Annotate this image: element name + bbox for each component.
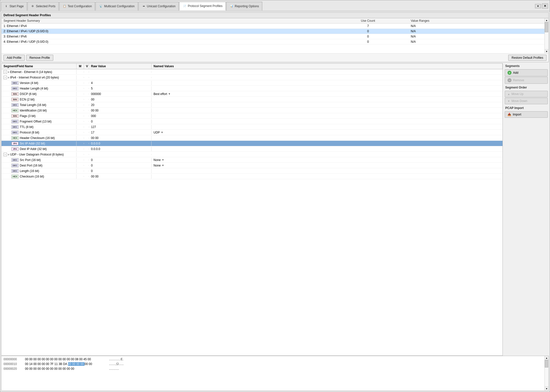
hex-scroll-thumb[interactable] [545,360,548,368]
move-up-btn[interactable]: ▲ Move Up [505,91,548,97]
tree-row[interactable]: HEXHeader Checksum (16 bit)00 00 [2,135,502,141]
named-value-dropdown[interactable]: ▼ [161,131,163,134]
segment-tree[interactable]: −≡Ethernet - Ethernet II (14 bytes)−≡IPv… [2,69,502,356]
tab-multicast[interactable]: 📡 Multicast Configuration [96,2,138,10]
tree-row[interactable]: DECDest Port (16 bit)0None ▼ [2,163,502,168]
row-m-cell [76,160,84,160]
pcap-section: PCAP Import 📥 Import [504,105,549,118]
right-sidebar: Segments + Add − Remove Segment Order ▲ … [504,63,549,356]
hex-row: 0000000000 00 00 00 00 00 00 00 00 00 00… [4,357,542,362]
restore-defaults-btn[interactable]: Restore Default Profiles [508,55,546,61]
profiles-scrollbar[interactable]: ▲ ▼ [544,18,548,53]
field-type-badge: DEC [12,120,18,123]
move-down-btn[interactable]: ▼ Move Down [505,98,548,104]
row-named-value [152,154,502,155]
row-name-label: UDP - User Datagram Protocol (8 bytes) [10,153,64,156]
profile-use-count: 0 [327,34,409,39]
row-name-cell: IP4Src IP Addr (32 bit) [2,141,76,146]
row-named-value: UDP ▼ [152,130,502,135]
row-name-cell: DECTTL (8 bit) [2,125,76,129]
tree-row[interactable]: −≡UDP - User Datagram Protocol (8 bytes) [2,152,502,157]
named-value-dropdown[interactable]: ▼ [168,92,170,95]
add-profile-btn[interactable]: Add Profile [4,55,25,61]
tab-reporting[interactable]: 📊 Reporting Options [226,2,262,10]
hex-byte: 00 [89,362,92,366]
tree-row[interactable]: DECFragment Offset (13 bit)0 [2,119,502,124]
middle-area: Segment/Field Name M V Raw Value Named V… [1,63,549,356]
scroll-thumb[interactable] [545,22,548,32]
profiles-table-container[interactable]: Segment Header Summary Use Count Value R… [2,18,544,53]
tab-bar: ℹ Start Page ⚙ Selected Ports 📋 Test Con… [0,0,550,11]
collapse-btn[interactable]: − [4,76,7,79]
tree-row[interactable]: HEXChecksum (16 bit)00 00 [2,174,502,179]
tab-unicast[interactable]: ➡ Unicast Configuration [138,2,179,10]
tree-row[interactable]: BINECN (2 bit)00 [2,97,502,102]
tab-test[interactable]: 📋 Test Configuration [59,2,95,10]
tab-ports[interactable]: ⚙ Selected Ports [28,2,59,10]
segment-section-icon: ≡ [8,153,9,156]
row-name-label: Fragment Offset (13 bit) [20,120,52,123]
tree-row[interactable]: DECTTL (8 bit)127 [2,124,502,130]
tab-protocol[interactable]: 📄 Protocol Segment Profiles [179,2,226,10]
row-raw-value: 0.0.0.0 [89,147,152,151]
scroll-up-btn[interactable]: ▲ [545,18,548,22]
col-raw-header: Raw Value [89,64,152,69]
content-area: Defined Segment Header Profiles Segment … [0,11,550,392]
hex-scroll-down-btn[interactable]: ▼ [545,386,548,390]
tree-row[interactable]: DECHeader Length (4 bit)5 [2,86,502,91]
profile-value-ranges: N/A [409,24,544,29]
tree-row[interactable]: DECTotal Length (16 bit)20 [2,102,502,108]
profile-name: 4: Ethernet / IPv6 / UDP (S:0/D:0) [2,39,327,44]
row-name-label: DSCP (6 bit) [20,92,36,96]
named-value-text: Best effort [154,92,167,96]
tree-row[interactable]: BINDSCP (6 bit)000000Best effort ▼ [2,91,502,97]
profile-row[interactable]: 4: Ethernet / IPv6 / UDP (S:0/D:0) 0 N/A [2,39,544,44]
profile-use-count: 7 [327,24,409,29]
named-value-dropdown[interactable]: ▼ [162,164,164,167]
scroll-down-btn[interactable]: ▼ [545,49,548,53]
tree-row[interactable]: HEXIdentification (16 bit)00 00 [2,108,502,113]
tree-row[interactable]: −≡Ethernet - Ethernet II (14 bytes) [2,69,502,75]
tree-row[interactable]: DECProtocol (8 bit)17UDP ▼ [2,130,502,135]
profile-row[interactable]: 2: Ethernet / IPv4 / UDP (S:0/D:0) 0 N/A [2,29,544,34]
named-value-dropdown[interactable]: ▼ [162,158,164,161]
tree-row[interactable]: DECLength (16 bit)0 [2,168,502,174]
row-name-cell: HEXIdentification (16 bit) [2,108,76,113]
hex-ascii: ............ [109,366,119,371]
profile-use-count: 0 [327,39,409,44]
remove-profile-btn[interactable]: Remove Profile [26,55,53,61]
row-raw-value: 00 [89,97,152,102]
row-m-cell [76,72,84,72]
hex-scroll-up-btn[interactable]: ▲ [545,356,548,360]
tree-row[interactable]: DECVersion (4 bit)4 [2,80,502,86]
row-m-cell [76,143,84,144]
tree-row[interactable]: −≡IPv4 - Internet Protocol v4 (20 bytes) [2,75,502,80]
row-v-cell [84,104,89,106]
row-named-value [152,72,502,72]
tab-arrow-btn[interactable]: ▼ [535,4,541,8]
collapse-btn[interactable]: − [4,153,7,156]
tree-row[interactable]: IP4Src IP Addr (32 bit)0.0.0.0 [2,141,502,146]
hex-content[interactable]: 0000000000 00 00 00 00 00 00 00 00 00 00… [2,356,544,390]
row-v-cell [84,116,89,116]
hex-scroll-track [545,360,548,386]
tab-close-btn[interactable]: ✕ [542,4,548,8]
tab-start[interactable]: ℹ Start Page [1,2,27,10]
profile-row[interactable]: 3: Ethernet / IPv6 0 N/A [2,34,544,39]
remove-segment-btn[interactable]: − Remove [505,77,548,84]
profile-row[interactable]: 1: Ethernet / IPv4 7 N/A [2,24,544,29]
row-name-label: ECN (2 bit) [20,98,34,101]
row-name-cell: DECHeader Length (4 bit) [2,86,76,91]
row-named-value: None ▼ [152,158,502,162]
row-name-label: Dest IP Addr (32 bit) [20,147,47,151]
tree-row[interactable]: BINFlags (3 bit)000 [2,113,502,119]
hex-ascii: ........;Ü...... [109,362,124,366]
tree-row[interactable]: IP4Dest IP Addr (32 bit)0.0.0.0 [2,146,502,152]
tree-row[interactable]: DECSrc Port (16 bit)0None ▼ [2,157,502,163]
row-v-cell [84,165,89,166]
add-segment-btn[interactable]: + Add [505,69,548,76]
row-name-cell: DECSrc Port (16 bit) [2,158,76,162]
segment-panel: Segment/Field Name M V Raw Value Named V… [1,63,503,356]
import-btn[interactable]: 📥 Import [505,111,548,118]
collapse-btn[interactable]: − [4,70,7,74]
